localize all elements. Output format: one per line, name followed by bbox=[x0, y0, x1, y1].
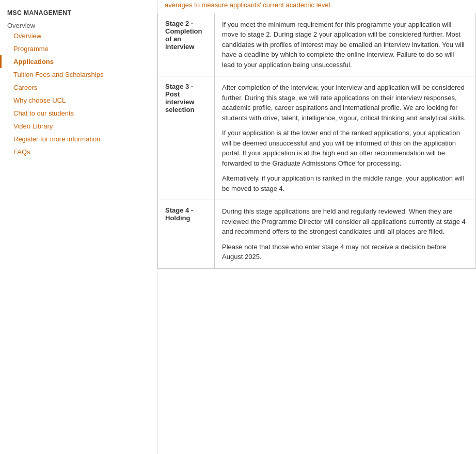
sidebar: MSC MANAGEMENT Overview Overview Program… bbox=[0, 0, 157, 454]
sidebar-item-chat[interactable]: Chat to our students bbox=[0, 107, 157, 120]
stages-table: Stage 2 - Completion of an interview If … bbox=[157, 13, 476, 269]
stage2-label: Stage 2 - Completion of an interview bbox=[158, 13, 215, 76]
sidebar-item-tuition[interactable]: Tuition Fees and Scholarships bbox=[0, 68, 157, 81]
stage3-p1: After completion of the interview, your … bbox=[222, 83, 468, 123]
stage4-p1: During this stage applications are held … bbox=[222, 206, 468, 237]
top-snippet: averages to measure applicants' current … bbox=[157, 0, 476, 13]
sidebar-item-faqs[interactable]: FAQs bbox=[0, 145, 157, 158]
stage2-p1: If you meet the minimum requirement for … bbox=[222, 20, 468, 70]
stage4-label: Stage 4 - Holding bbox=[158, 200, 215, 269]
sidebar-item-programme[interactable]: Programme bbox=[0, 42, 157, 55]
table-row: Stage 4 - Holding During this stage appl… bbox=[158, 200, 476, 269]
sidebar-item-careers[interactable]: Careers bbox=[0, 81, 157, 94]
sidebar-item-register[interactable]: Register for more information bbox=[0, 133, 157, 145]
main-content: averages to measure applicants' current … bbox=[157, 0, 476, 454]
sidebar-overview-top: Overview bbox=[0, 20, 42, 33]
sidebar-item-applications[interactable]: Applications bbox=[0, 55, 157, 68]
stage3-p3: Alternatively, if your application is ra… bbox=[222, 173, 468, 193]
stage2-desc: If you meet the minimum requirement for … bbox=[215, 13, 476, 76]
sidebar-item-video[interactable]: Video Library bbox=[0, 120, 157, 133]
sidebar-item-why-ucl[interactable]: Why choose UCL bbox=[0, 94, 157, 107]
stage3-desc: After completion of the interview, your … bbox=[215, 76, 476, 200]
stage3-label: Stage 3 - Post interview selection bbox=[158, 76, 215, 200]
table-row: Stage 3 - Post interview selection After… bbox=[158, 76, 476, 200]
stage4-p2: Please note that those who enter stage 4… bbox=[222, 242, 468, 262]
table-row: Stage 2 - Completion of an interview If … bbox=[158, 13, 476, 76]
stage3-p2: If your application is at the lower end … bbox=[222, 128, 468, 168]
stage4-desc: During this stage applications are held … bbox=[215, 200, 476, 269]
